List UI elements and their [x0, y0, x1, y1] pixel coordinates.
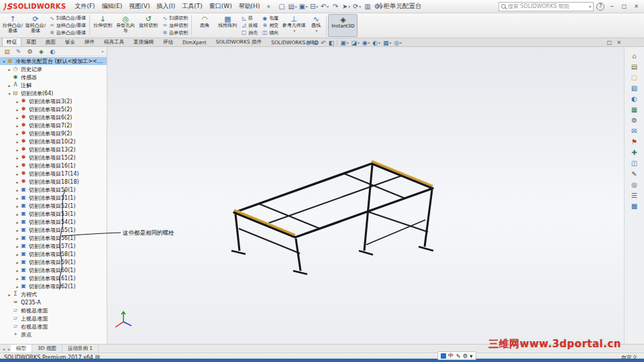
expander-icon[interactable]: ▸	[15, 180, 20, 184]
search-caret-icon[interactable]: ▾	[589, 4, 591, 9]
save-icon[interactable]: ▣▾	[298, 1, 309, 12]
swept-boss-base-button[interactable]: ∿扫描凸台/基体	[49, 15, 86, 21]
custom-properties-icon[interactable]: ⚙	[629, 115, 641, 125]
swept-cut-button[interactable]: ∿扫描切割	[162, 15, 188, 21]
open-file-icon[interactable]: ▤▾	[287, 1, 298, 12]
tab-模具工具[interactable]: 模具工具	[99, 38, 129, 46]
tree-item-切割清单项目60(1)[interactable]: ▸▣切割清单项目60(1)	[0, 266, 107, 274]
tree-item-历史记录[interactable]: ▸◷历史记录	[0, 65, 107, 73]
tree-item-切割清单项目52(1)[interactable]: ▸▣切割清单项目52(1)	[0, 202, 107, 210]
design-library-icon[interactable]: ▤	[629, 62, 641, 72]
zoom-to-area-icon[interactable]: ⊞	[313, 40, 319, 46]
tree-item-方程式[interactable]: ▸Σ方程式	[0, 290, 107, 298]
bottom-tab-模型[interactable]: 模型	[11, 345, 32, 353]
revolved-cut-button[interactable]: ↺旋转切割	[137, 14, 160, 37]
draft-button[interactable]: ◿拔模	[241, 22, 258, 29]
expander-icon[interactable]: ▸	[15, 107, 20, 112]
tree-item-切割清单项目54(1)[interactable]: ▸▣切割清单项目54(1)	[0, 218, 107, 226]
tab-scroll-arrow-icon[interactable]: ◂	[6, 347, 11, 351]
tree-item-切割清单项目59(1)[interactable]: ▸▣切割清单项目59(1)	[0, 258, 107, 266]
menu-item-视图(V)[interactable]: 视图(V)	[125, 0, 153, 13]
expander-icon[interactable]: ▸	[15, 172, 20, 176]
search-input[interactable]	[508, 3, 587, 9]
compare-icon[interactable]: ◫	[629, 158, 641, 168]
favorites-star-icon[interactable]: ✶	[263, 3, 274, 10]
markup-icon[interactable]: ✎	[629, 169, 641, 179]
hide-show-items-icon[interactable]: ◉▾	[362, 40, 370, 46]
instant3d-button[interactable]: ◈Instant3D	[328, 14, 358, 37]
expander-icon[interactable]: ▸	[15, 228, 20, 233]
view-orientation-icon[interactable]: ▣▾	[340, 40, 348, 46]
print-icon[interactable]: ⊟▾	[309, 1, 319, 12]
tab-钣金[interactable]: 钣金	[60, 38, 80, 46]
tab-直接编辑[interactable]: 直接编辑	[129, 38, 158, 46]
solidworks-resources-icon[interactable]: ⌂	[629, 51, 641, 61]
expander-icon[interactable]: ▸	[15, 260, 20, 265]
tree-item-切割清单项目58(1)[interactable]: ▸▣切割清单项目58(1)	[0, 250, 107, 258]
target-icon[interactable]: ◎	[629, 180, 641, 190]
bottom-tab-运动算例 1[interactable]: 运动算例 1	[62, 345, 99, 353]
menu-item-文件(F)[interactable]: 文件(F)	[71, 0, 98, 13]
tree-item-右视基准面[interactable]: ▱右视基准面	[0, 322, 107, 330]
tree-item-切割清单项目61(1)[interactable]: ▸▣切割清单项目61(1)	[0, 274, 107, 282]
new-file-icon[interactable]: ▢	[276, 1, 287, 12]
list-view-icon[interactable]: ☰	[629, 190, 641, 200]
edit-appearance-icon[interactable]: ◐▾	[372, 40, 380, 46]
tab-曲面[interactable]: 曲面	[41, 38, 60, 46]
expander-icon[interactable]: ▸	[15, 236, 20, 241]
fillet-button[interactable]: ◠圆角	[193, 14, 216, 37]
mirror-button[interactable]: ◫镜向	[262, 29, 278, 36]
expander-icon[interactable]: ▸	[15, 284, 20, 289]
intersect-button[interactable]: ⊗相交	[262, 22, 278, 29]
tree-item-切割清单项目15(2)[interactable]: ▸✱切割清单项目15(2)	[0, 154, 107, 162]
expander-icon[interactable]: ▸	[15, 139, 20, 144]
tree-item-原点[interactable]: ⌖原点	[0, 330, 107, 339]
dimxpertmanager-tab-icon[interactable]: ◈	[37, 48, 46, 55]
scenes-icon[interactable]: ▦	[629, 105, 641, 115]
propertymanager-tab-icon[interactable]: ✎	[14, 48, 23, 55]
apply-scene-icon[interactable]: ▦▾	[383, 40, 391, 46]
tree-item-root[interactable]: ▾▣冷柜单元配置台 (默认<按加工><<默认>_显示状态 1>	[0, 57, 107, 65]
close-document-button[interactable]: ✕	[616, 40, 621, 46]
expander-icon[interactable]: ▸	[15, 252, 20, 257]
tab-草图[interactable]: 草图	[21, 38, 41, 46]
tree-item-切割清单项目6(2)[interactable]: ▸✱切割清单项目6(2)	[0, 113, 107, 121]
tree-item-切割清单项目62(1)[interactable]: ▸▣切割清单项目62(1)	[0, 282, 107, 290]
tree-item-切割清单项目13(2)[interactable]: ▸✱切割清单项目13(2)	[0, 145, 107, 154]
panel-expand-chevron-icon[interactable]: »	[101, 49, 104, 54]
forum-icon[interactable]: ✉	[629, 126, 641, 136]
menu-item-工具(T)[interactable]: 工具(T)	[178, 0, 206, 13]
tree-item-切割清单项目18(18)[interactable]: ▸✱切割清单项目18(18)	[0, 178, 107, 186]
select-icon[interactable]: ➤▾	[341, 1, 352, 12]
expander-icon[interactable]: ▸	[15, 212, 20, 217]
ime-more-icon[interactable]: ▾	[470, 353, 472, 359]
file-properties-icon[interactable]: ▥	[362, 1, 373, 12]
redo-icon[interactable]: ↷	[330, 1, 341, 12]
expander-icon[interactable]: ▸	[7, 292, 12, 297]
rebuild-icon[interactable]: ⟳▾	[352, 1, 362, 12]
tree-item-切割清单项目10(2)[interactable]: ▸✱切割清单项目10(2)	[0, 137, 107, 145]
maximize-window-button[interactable]: □	[619, 2, 629, 11]
tab-DimXpert[interactable]: DimXpert	[178, 38, 211, 46]
linear-pattern-button[interactable]: ▦线性阵列	[216, 14, 239, 37]
help-icon[interactable]: ?	[596, 3, 604, 11]
restore-document-button[interactable]: □	[607, 40, 612, 46]
menu-item-帮助(H)[interactable]: 帮助(H)	[235, 0, 264, 13]
tree-item-切割清单项目57(1)[interactable]: ▸▣切割清单项目57(1)	[0, 242, 107, 250]
tree-item-切割清单项目50(1)[interactable]: ▸▣切割清单项目50(1)	[0, 186, 107, 194]
zoom-to-fit-icon[interactable]: ⊙	[305, 40, 311, 46]
lofted-boss-base-button[interactable]: ≈放样凸台/基体	[49, 22, 86, 29]
expander-icon[interactable]: ▾	[1, 59, 7, 64]
revolved-boss-base-button[interactable]: ⟳旋转凸台/基体	[24, 14, 47, 37]
expander-icon[interactable]: ▾	[7, 91, 12, 96]
tab-特征[interactable]: 特征	[2, 38, 21, 46]
display-style-icon[interactable]: ◪▾	[351, 40, 359, 46]
tree-item-Q235-A[interactable]: ≡Q235-A	[0, 298, 107, 306]
extruded-cut-button[interactable]: ↓拉伸切割	[91, 14, 114, 37]
extruded-boss-base-button[interactable]: ↑拉伸凸台/基体	[1, 14, 24, 37]
hole-wizard-button[interactable]: ◎异型孔向导	[114, 14, 137, 37]
expander-icon[interactable]: ▸	[15, 147, 20, 152]
tab-SOLIDWORKS 插件[interactable]: SOLIDWORKS 插件	[211, 38, 266, 46]
undo-icon[interactable]: ↶▾	[319, 1, 330, 12]
expander-icon[interactable]: ▸	[7, 83, 12, 88]
